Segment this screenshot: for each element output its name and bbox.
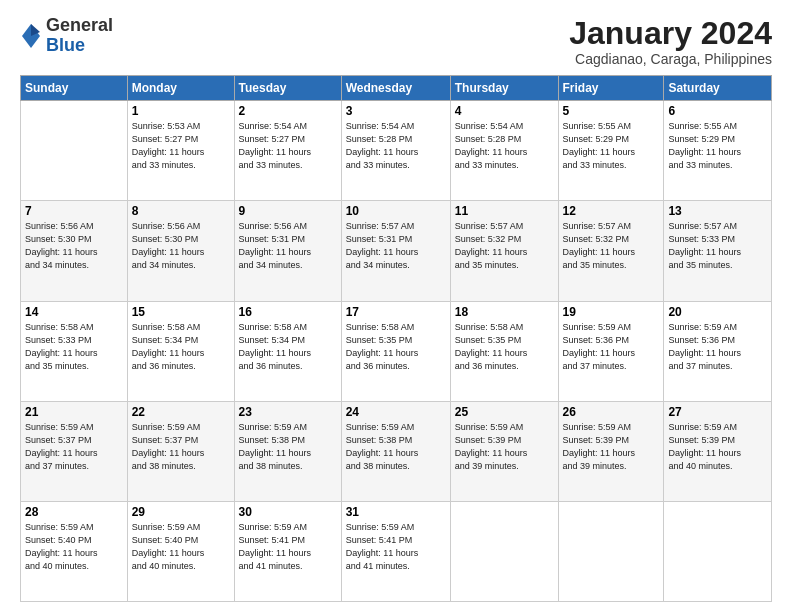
table-row: 3Sunrise: 5:54 AMSunset: 5:28 PMDaylight… (341, 101, 450, 201)
day-number: 20 (668, 305, 767, 319)
table-row: 4Sunrise: 5:54 AMSunset: 5:28 PMDaylight… (450, 101, 558, 201)
table-row: 30Sunrise: 5:59 AMSunset: 5:41 PMDayligh… (234, 501, 341, 601)
day-number: 5 (563, 104, 660, 118)
table-row: 2Sunrise: 5:54 AMSunset: 5:27 PMDaylight… (234, 101, 341, 201)
day-info: Sunrise: 5:59 AMSunset: 5:40 PMDaylight:… (132, 521, 230, 573)
calendar-header-row: Sunday Monday Tuesday Wednesday Thursday… (21, 76, 772, 101)
day-info: Sunrise: 5:59 AMSunset: 5:36 PMDaylight:… (563, 321, 660, 373)
table-row: 13Sunrise: 5:57 AMSunset: 5:33 PMDayligh… (664, 201, 772, 301)
table-row: 12Sunrise: 5:57 AMSunset: 5:32 PMDayligh… (558, 201, 664, 301)
day-info: Sunrise: 5:58 AMSunset: 5:35 PMDaylight:… (346, 321, 446, 373)
day-number: 30 (239, 505, 337, 519)
title-block: January 2024 Cagdianao, Caraga, Philippi… (569, 16, 772, 67)
day-number: 12 (563, 204, 660, 218)
day-info: Sunrise: 5:54 AMSunset: 5:28 PMDaylight:… (455, 120, 554, 172)
table-row: 16Sunrise: 5:58 AMSunset: 5:34 PMDayligh… (234, 301, 341, 401)
day-info: Sunrise: 5:59 AMSunset: 5:39 PMDaylight:… (563, 421, 660, 473)
table-row: 31Sunrise: 5:59 AMSunset: 5:41 PMDayligh… (341, 501, 450, 601)
table-row: 7Sunrise: 5:56 AMSunset: 5:30 PMDaylight… (21, 201, 128, 301)
table-row: 6Sunrise: 5:55 AMSunset: 5:29 PMDaylight… (664, 101, 772, 201)
day-number: 28 (25, 505, 123, 519)
day-info: Sunrise: 5:59 AMSunset: 5:36 PMDaylight:… (668, 321, 767, 373)
table-row: 15Sunrise: 5:58 AMSunset: 5:34 PMDayligh… (127, 301, 234, 401)
logo-icon (20, 22, 42, 50)
calendar-week-row: 21Sunrise: 5:59 AMSunset: 5:37 PMDayligh… (21, 401, 772, 501)
header-thursday: Thursday (450, 76, 558, 101)
month-year-title: January 2024 (569, 16, 772, 51)
table-row: 27Sunrise: 5:59 AMSunset: 5:39 PMDayligh… (664, 401, 772, 501)
calendar-week-row: 1Sunrise: 5:53 AMSunset: 5:27 PMDaylight… (21, 101, 772, 201)
day-info: Sunrise: 5:59 AMSunset: 5:39 PMDaylight:… (455, 421, 554, 473)
day-number: 13 (668, 204, 767, 218)
day-info: Sunrise: 5:59 AMSunset: 5:38 PMDaylight:… (239, 421, 337, 473)
table-row: 22Sunrise: 5:59 AMSunset: 5:37 PMDayligh… (127, 401, 234, 501)
day-info: Sunrise: 5:59 AMSunset: 5:39 PMDaylight:… (668, 421, 767, 473)
table-row: 5Sunrise: 5:55 AMSunset: 5:29 PMDaylight… (558, 101, 664, 201)
day-info: Sunrise: 5:57 AMSunset: 5:32 PMDaylight:… (563, 220, 660, 272)
header-sunday: Sunday (21, 76, 128, 101)
day-info: Sunrise: 5:56 AMSunset: 5:30 PMDaylight:… (25, 220, 123, 272)
day-info: Sunrise: 5:56 AMSunset: 5:31 PMDaylight:… (239, 220, 337, 272)
day-info: Sunrise: 5:56 AMSunset: 5:30 PMDaylight:… (132, 220, 230, 272)
day-number: 15 (132, 305, 230, 319)
day-number: 19 (563, 305, 660, 319)
table-row: 26Sunrise: 5:59 AMSunset: 5:39 PMDayligh… (558, 401, 664, 501)
table-row: 18Sunrise: 5:58 AMSunset: 5:35 PMDayligh… (450, 301, 558, 401)
table-row: 29Sunrise: 5:59 AMSunset: 5:40 PMDayligh… (127, 501, 234, 601)
day-number: 1 (132, 104, 230, 118)
day-info: Sunrise: 5:54 AMSunset: 5:27 PMDaylight:… (239, 120, 337, 172)
calendar-week-row: 28Sunrise: 5:59 AMSunset: 5:40 PMDayligh… (21, 501, 772, 601)
day-number: 25 (455, 405, 554, 419)
day-number: 7 (25, 204, 123, 218)
day-number: 21 (25, 405, 123, 419)
table-row: 8Sunrise: 5:56 AMSunset: 5:30 PMDaylight… (127, 201, 234, 301)
day-info: Sunrise: 5:54 AMSunset: 5:28 PMDaylight:… (346, 120, 446, 172)
day-info: Sunrise: 5:58 AMSunset: 5:33 PMDaylight:… (25, 321, 123, 373)
logo-blue: Blue (46, 35, 85, 55)
day-number: 4 (455, 104, 554, 118)
calendar-week-row: 7Sunrise: 5:56 AMSunset: 5:30 PMDaylight… (21, 201, 772, 301)
day-info: Sunrise: 5:58 AMSunset: 5:35 PMDaylight:… (455, 321, 554, 373)
table-row (21, 101, 128, 201)
day-info: Sunrise: 5:57 AMSunset: 5:33 PMDaylight:… (668, 220, 767, 272)
table-row: 1Sunrise: 5:53 AMSunset: 5:27 PMDaylight… (127, 101, 234, 201)
day-info: Sunrise: 5:57 AMSunset: 5:32 PMDaylight:… (455, 220, 554, 272)
day-number: 9 (239, 204, 337, 218)
header-monday: Monday (127, 76, 234, 101)
day-number: 10 (346, 204, 446, 218)
day-info: Sunrise: 5:59 AMSunset: 5:41 PMDaylight:… (239, 521, 337, 573)
day-info: Sunrise: 5:55 AMSunset: 5:29 PMDaylight:… (563, 120, 660, 172)
day-number: 31 (346, 505, 446, 519)
table-row: 24Sunrise: 5:59 AMSunset: 5:38 PMDayligh… (341, 401, 450, 501)
table-row: 14Sunrise: 5:58 AMSunset: 5:33 PMDayligh… (21, 301, 128, 401)
header-wednesday: Wednesday (341, 76, 450, 101)
day-number: 3 (346, 104, 446, 118)
day-number: 16 (239, 305, 337, 319)
table-row (664, 501, 772, 601)
day-number: 24 (346, 405, 446, 419)
day-info: Sunrise: 5:57 AMSunset: 5:31 PMDaylight:… (346, 220, 446, 272)
day-info: Sunrise: 5:53 AMSunset: 5:27 PMDaylight:… (132, 120, 230, 172)
day-info: Sunrise: 5:59 AMSunset: 5:37 PMDaylight:… (25, 421, 123, 473)
logo-text: General Blue (46, 16, 113, 56)
calendar-page: General Blue January 2024 Cagdianao, Car… (0, 0, 792, 612)
day-number: 17 (346, 305, 446, 319)
day-info: Sunrise: 5:58 AMSunset: 5:34 PMDaylight:… (132, 321, 230, 373)
header-tuesday: Tuesday (234, 76, 341, 101)
calendar-table: Sunday Monday Tuesday Wednesday Thursday… (20, 75, 772, 602)
day-info: Sunrise: 5:59 AMSunset: 5:40 PMDaylight:… (25, 521, 123, 573)
day-number: 14 (25, 305, 123, 319)
table-row: 28Sunrise: 5:59 AMSunset: 5:40 PMDayligh… (21, 501, 128, 601)
day-info: Sunrise: 5:55 AMSunset: 5:29 PMDaylight:… (668, 120, 767, 172)
table-row: 25Sunrise: 5:59 AMSunset: 5:39 PMDayligh… (450, 401, 558, 501)
day-info: Sunrise: 5:59 AMSunset: 5:38 PMDaylight:… (346, 421, 446, 473)
table-row: 9Sunrise: 5:56 AMSunset: 5:31 PMDaylight… (234, 201, 341, 301)
table-row: 19Sunrise: 5:59 AMSunset: 5:36 PMDayligh… (558, 301, 664, 401)
day-info: Sunrise: 5:59 AMSunset: 5:41 PMDaylight:… (346, 521, 446, 573)
table-row: 21Sunrise: 5:59 AMSunset: 5:37 PMDayligh… (21, 401, 128, 501)
calendar-week-row: 14Sunrise: 5:58 AMSunset: 5:33 PMDayligh… (21, 301, 772, 401)
day-number: 29 (132, 505, 230, 519)
table-row: 10Sunrise: 5:57 AMSunset: 5:31 PMDayligh… (341, 201, 450, 301)
day-info: Sunrise: 5:58 AMSunset: 5:34 PMDaylight:… (239, 321, 337, 373)
day-number: 2 (239, 104, 337, 118)
